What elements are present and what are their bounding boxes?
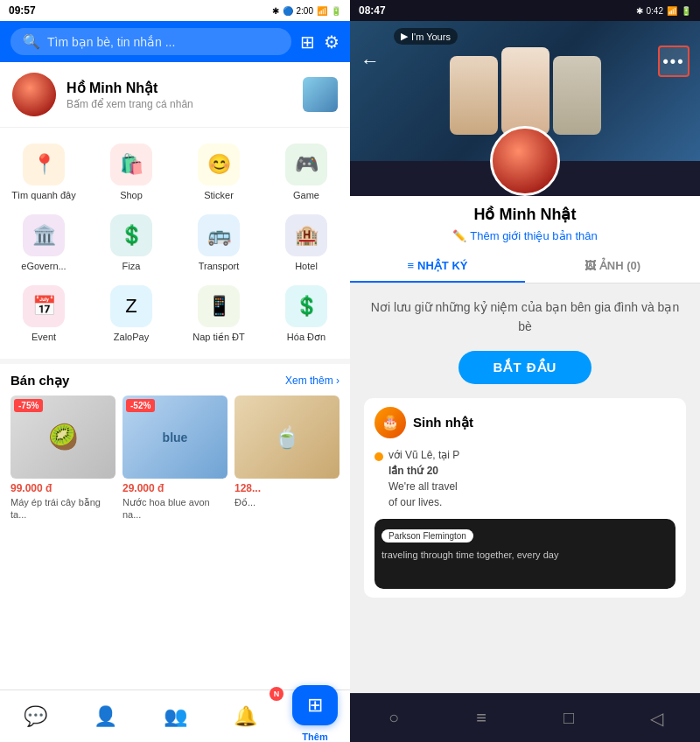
ban-chay-header: Bán chạy Xem thêm › bbox=[10, 373, 340, 388]
icon-item-transport[interactable]: 🚌 Transport bbox=[175, 207, 262, 278]
qr-icon[interactable]: ⊞ bbox=[300, 32, 315, 52]
more-button[interactable]: ••• bbox=[658, 46, 690, 77]
tab-photos[interactable]: 🖼 ẢNH (0) bbox=[525, 250, 700, 283]
search-placeholder-text: Tìm bạn bè, tin nhắn ... bbox=[47, 35, 175, 49]
right-panel: 08:47 ✱ 0:42 📶 🔋 ▶ I'm Yours ← ••• bbox=[350, 0, 700, 742]
icon-circle: 🛍️ bbox=[110, 144, 152, 186]
icon-emoji: 📍 bbox=[32, 153, 56, 176]
product-img-1: 🥝 -75% bbox=[10, 396, 116, 479]
icon-label: Hóa Đơn bbox=[287, 332, 326, 343]
product-price-1: 99.000 đ bbox=[10, 482, 116, 494]
nav-right-home[interactable]: ○ bbox=[350, 694, 438, 742]
discount-badge-2: -52% bbox=[126, 399, 155, 412]
nav-item-groups[interactable]: 👥 bbox=[140, 690, 210, 742]
icon-circle: 🚌 bbox=[198, 214, 240, 256]
nav-item-more[interactable]: ⊞ Thêm bbox=[280, 690, 350, 742]
more-dots-icon: ••• bbox=[663, 52, 685, 71]
avatar bbox=[12, 73, 56, 116]
profile-header-right: ▶ I'm Yours ← ••• bbox=[350, 21, 700, 196]
profile-name: Hồ Minh Nhật bbox=[66, 80, 292, 96]
birthday-icon: 🎂 bbox=[374, 407, 406, 438]
icon-item-nap-tiền-đt[interactable]: 📱 Nap tiền ĐT bbox=[175, 278, 262, 350]
birthday-header: 🎂 Sinh nhật bbox=[364, 398, 686, 447]
profile-avatar-right bbox=[490, 126, 560, 196]
top-bar-right: ← ••• bbox=[350, 46, 700, 77]
status-bar-left: 09:57 ✱ 🔵 2:00 📶 🔋 bbox=[0, 0, 350, 21]
icon-item-egovern...[interactable]: 🏛️ eGovern... bbox=[0, 207, 88, 278]
product-name-3: Đồ... bbox=[234, 496, 340, 508]
search-input-area[interactable]: 🔍 Tìm bạn bè, tin nhắn ... bbox=[10, 28, 291, 55]
phone-mockup-text: traveling through time together, every d… bbox=[382, 548, 668, 563]
icon-item-sticker[interactable]: 😊 Sticker bbox=[175, 136, 262, 207]
icon-item-tìm-quanh-đây[interactable]: 📍 Tìm quanh đây bbox=[0, 136, 88, 207]
ban-chay-section: Bán chạy Xem thêm › 🥝 -75% 99.000 đ Máy … bbox=[0, 359, 350, 527]
back-button[interactable]: ← bbox=[360, 50, 380, 73]
ban-chay-more[interactable]: Xem thêm › bbox=[285, 374, 340, 387]
bottom-nav-left: 💬 👤 👥 🔔 N ⊞ Thêm bbox=[0, 690, 350, 742]
icon-item-hóa-đơn[interactable]: 💲 Hóa Đơn bbox=[262, 278, 350, 350]
icon-emoji: 🏨 bbox=[295, 224, 318, 247]
product-img-3: 🍵 bbox=[234, 396, 340, 479]
icon-item-hotel[interactable]: 🏨 Hotel bbox=[262, 207, 350, 278]
timeline-dot bbox=[374, 452, 383, 461]
profile-section[interactable]: Hồ Minh Nhật Bấm để xem trang cá nhân bbox=[0, 62, 350, 128]
menu-icon: ≡ bbox=[476, 708, 486, 728]
icon-label: Fiza bbox=[122, 261, 141, 271]
product-card-1[interactable]: 🥝 -75% 99.000 đ Máy ép trái cây bằng ta.… bbox=[10, 396, 116, 522]
icon-emoji: 🏛️ bbox=[32, 224, 56, 247]
tab-diary[interactable]: ≡ NHẬT KÝ bbox=[350, 250, 525, 283]
square-icon: □ bbox=[564, 708, 574, 728]
icon-circle: 📅 bbox=[23, 285, 65, 327]
icon-emoji: 🚌 bbox=[207, 224, 231, 247]
phone-mockup: Parkson Flemington traveling through tim… bbox=[374, 519, 676, 589]
product-name-2: Nước hoa blue avon na... bbox=[122, 496, 228, 522]
profile-name-right: Hồ Minh Nhật bbox=[364, 205, 686, 224]
nav-center-more-btn[interactable]: ⊞ bbox=[292, 685, 338, 725]
icon-circle: 💲 bbox=[110, 214, 152, 256]
icon-circle: 🏛️ bbox=[23, 214, 65, 256]
icon-emoji: 🎮 bbox=[295, 153, 318, 176]
icon-label: Game bbox=[293, 190, 319, 200]
icon-item-shop[interactable]: 🛍️ Shop bbox=[88, 136, 175, 207]
icon-circle: 📱 bbox=[198, 285, 240, 327]
diary-tab-icon: ≡ bbox=[408, 259, 415, 272]
profile-intro-button[interactable]: ✏️ Thêm giới thiệu bản thân bbox=[452, 229, 597, 242]
nav-right-square[interactable]: □ bbox=[525, 694, 612, 742]
search-icon: 🔍 bbox=[23, 33, 40, 50]
icon-item-fiza[interactable]: 💲 Fiza bbox=[88, 207, 175, 278]
icon-item-game[interactable]: 🎮 Game bbox=[262, 136, 350, 207]
icon-label: eGovern... bbox=[21, 261, 66, 271]
birthday-timeline: với Vũ Lê, tại P lần thứ 20 We're all tr… bbox=[364, 447, 686, 519]
icon-label: Shop bbox=[120, 190, 143, 200]
nav-right-menu[interactable]: ≡ bbox=[438, 694, 525, 742]
icon-label: Nap tiền ĐT bbox=[192, 332, 245, 343]
nav-item-contacts[interactable]: 👤 bbox=[70, 690, 140, 742]
product-card-3[interactable]: 🍵 128... Đồ... bbox=[234, 396, 340, 522]
nav-right-back[interactable]: ◁ bbox=[612, 694, 700, 742]
nav-item-notifications[interactable]: 🔔 N bbox=[210, 690, 280, 742]
profile-sub: Bấm để xem trang cá nhân bbox=[66, 98, 292, 110]
icon-emoji: Z bbox=[125, 295, 136, 318]
start-button[interactable]: BẮT ĐẦU bbox=[458, 351, 592, 384]
icon-label: Transport bbox=[199, 261, 240, 271]
contacts-icon: 👤 bbox=[94, 705, 117, 728]
status-bar-right: 08:47 ✱ 0:42 📶 🔋 bbox=[350, 0, 700, 21]
settings-icon[interactable]: ⚙ bbox=[324, 32, 340, 52]
icon-emoji: 😊 bbox=[207, 153, 231, 176]
product-card-2[interactable]: blue -52% 29.000 đ Nước hoa blue avon na… bbox=[122, 396, 228, 522]
nav-item-chat[interactable]: 💬 bbox=[0, 690, 70, 742]
back-icon: ◁ bbox=[650, 708, 663, 729]
icon-emoji: 🛍️ bbox=[120, 153, 144, 176]
photos-tab-icon: 🖼 bbox=[584, 259, 596, 272]
status-icons-left: ✱ 🔵 2:00 📶 🔋 bbox=[272, 6, 341, 16]
icon-emoji: 📱 bbox=[207, 295, 231, 318]
bottom-nav-right: ○ ≡ □ ◁ bbox=[350, 693, 700, 742]
status-icons-right: ✱ 0:42 📶 🔋 bbox=[636, 6, 691, 16]
location-badge: Parkson Flemington bbox=[382, 529, 473, 542]
icon-item-zalopay[interactable]: Z ZaloPay bbox=[88, 278, 175, 350]
product-price-3: 128... bbox=[234, 482, 340, 494]
home-icon: ○ bbox=[388, 708, 399, 728]
birthday-content: với Vũ Lê, tại P lần thứ 20 We're all tr… bbox=[388, 447, 459, 510]
icon-circle: Z bbox=[110, 285, 152, 327]
icon-item-event[interactable]: 📅 Event bbox=[0, 278, 88, 350]
